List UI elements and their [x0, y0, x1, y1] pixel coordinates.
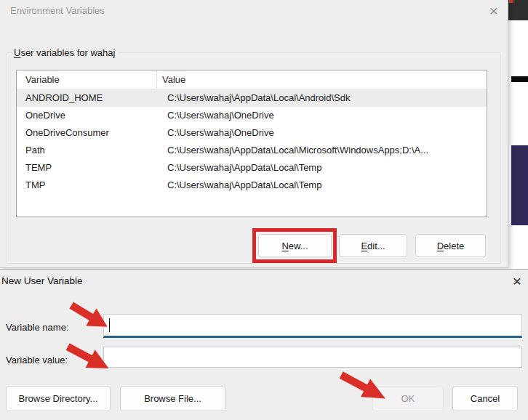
table-row[interactable]: TMP C:\Users\wahaj\AppData\Local\Temp [17, 177, 487, 194]
cell-variable: TMP [17, 177, 157, 194]
table-row[interactable]: OneDriveConsumer C:\Users\wahaj\OneDrive [17, 124, 487, 142]
cell-variable: OneDrive [17, 107, 157, 124]
dialog-title: Environment Variables [10, 5, 105, 16]
cell-value: C:\Users\wahaj\AppData\Local\Temp [157, 177, 487, 194]
column-header-variable[interactable]: Variable [17, 70, 157, 89]
cell-value: C:\Users\wahaj\OneDrive [157, 107, 487, 124]
cancel-button[interactable]: Cancel [452, 386, 518, 411]
edit-button-mnemonic: E [361, 241, 367, 251]
user-variables-table[interactable]: Variable Value ANDROID_HOME C:\Users\wah… [16, 70, 487, 217]
close-icon[interactable]: × [484, 1, 503, 20]
background-red-dot [509, 0, 513, 3]
edit-button-label: dit... [367, 241, 385, 251]
table-row[interactable]: Path C:\Users\wahaj\AppData\Local\Micros… [17, 142, 487, 159]
cell-value: C:\Users\wahaj\AppData\Local\Microsoft\W… [157, 142, 487, 159]
delete-button-label: elete [444, 241, 464, 251]
table-row[interactable]: OneDrive C:\Users\wahaj\OneDrive [17, 107, 487, 124]
browse-directory-button[interactable]: Browse Directory... [6, 386, 111, 411]
cell-variable: TEMP [17, 159, 157, 177]
background-navy-block [511, 145, 528, 225]
variable-name-input[interactable] [103, 314, 522, 338]
variable-value-label: Variable value: [6, 355, 68, 366]
delete-button-mnemonic: D [437, 241, 444, 251]
background-black-bar [511, 76, 528, 82]
edit-button[interactable]: Edit... [339, 234, 407, 257]
cell-value: C:\Users\wahaj\AppData\Local\Temp [157, 159, 487, 177]
user-variables-group-label: User variables for wahaj [13, 47, 119, 58]
dialog-title: New User Variable [1, 275, 83, 286]
group-label-mnemonic: U [14, 47, 20, 58]
group-label-rest: ser variables for wahaj [20, 47, 115, 58]
table-row[interactable]: ANDROID_HOME C:\Users\wahaj\AppData\Loca… [17, 89, 487, 107]
close-icon[interactable]: × [507, 272, 527, 291]
background-dark-block [508, 0, 528, 20]
table-row[interactable]: TEMP C:\Users\wahaj\AppData\Local\Temp [17, 159, 487, 177]
cell-value: C:\Users\wahaj\AppData\Local\Android\Sdk [157, 89, 487, 107]
annotation-highlight-box [252, 228, 337, 263]
cell-value: C:\Users\wahaj\OneDrive [157, 124, 487, 142]
browse-file-button[interactable]: Browse File... [120, 386, 225, 411]
delete-button[interactable]: Delete [415, 234, 486, 257]
cell-variable: ANDROID_HOME [17, 89, 157, 107]
column-header-value[interactable]: Value [157, 70, 487, 89]
cell-variable: Path [17, 142, 157, 159]
variable-name-label: Variable name: [6, 322, 68, 333]
cell-variable: OneDriveConsumer [17, 124, 157, 142]
variable-value-input[interactable] [103, 347, 522, 368]
screenshot-root: { "env_dialog": { "title": "Environment … [0, 0, 528, 420]
table-header-row: Variable Value [17, 70, 487, 89]
